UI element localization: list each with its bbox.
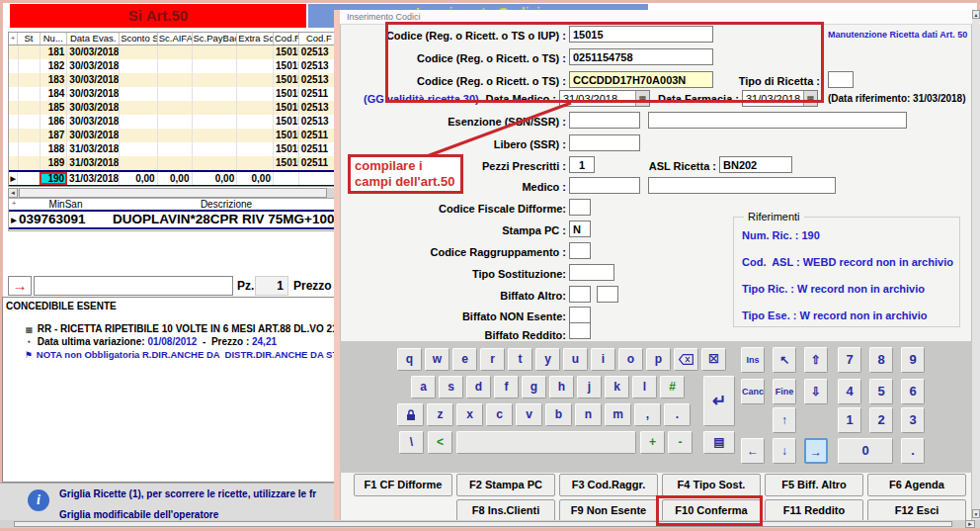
key-d[interactable]: d <box>466 376 491 398</box>
arrow-right-icon[interactable]: → <box>804 438 828 464</box>
table-row[interactable]: 18530/03/20181501502513 <box>9 101 340 115</box>
insert-arrow-icon[interactable]: → <box>8 276 32 296</box>
table-row[interactable]: 18130/03/20181501502513 <box>9 45 340 59</box>
scroll-down-icon[interactable]: ▼ <box>972 509 980 518</box>
key-p[interactable]: p <box>646 348 671 371</box>
manutenzione-link[interactable]: Manutenzione Ricetta dati Art. 50 <box>828 30 967 40</box>
arrow-left-icon[interactable]: ← <box>741 438 765 464</box>
grid-hscrollbar[interactable]: ◄ <box>8 188 341 198</box>
f1-cf-difforme-button[interactable]: F1 CF Difforme <box>354 474 452 496</box>
data-medico-field[interactable]: ▦ <box>559 90 650 107</box>
asl-input[interactable] <box>719 156 792 173</box>
f10-conferma-button[interactable]: F10 Conferma <box>662 499 761 522</box>
key-plus[interactable]: + <box>640 431 665 454</box>
libero-input[interactable] <box>569 134 640 151</box>
scroll-left-icon[interactable]: ◄ <box>8 188 18 198</box>
table-row[interactable]: 18931/03/20181501502511 <box>9 156 340 170</box>
list-icon[interactable]: ▤ <box>703 431 735 454</box>
biff-non-esente-input[interactable] <box>569 307 591 323</box>
esenzione-desc-input[interactable] <box>648 112 907 129</box>
f6-agenda-button[interactable]: F6 Agenda <box>867 474 966 496</box>
key-4[interactable]: 4 <box>838 379 861 404</box>
bottom-hscrollbar[interactable]: ► <box>0 520 980 528</box>
key-m[interactable]: m <box>605 403 631 426</box>
key-x[interactable]: x <box>456 403 483 426</box>
data-farmacia-field[interactable]: ▦ <box>742 90 818 107</box>
scroll-right-icon[interactable]: ► <box>965 520 975 528</box>
table-row-selected[interactable]: ▶19031/03/20180,000,000,000,00 <box>9 170 340 187</box>
key-y[interactable]: y <box>535 348 560 371</box>
biff-altro-input-1[interactable] <box>569 286 591 303</box>
key-e[interactable]: e <box>452 348 477 371</box>
table-row[interactable]: 18630/03/20181501502513 <box>9 115 340 129</box>
lock-icon[interactable] <box>397 403 424 426</box>
key-ins[interactable]: Ins <box>741 347 765 373</box>
key-5[interactable]: 5 <box>869 379 893 404</box>
key-j[interactable]: j <box>577 376 602 398</box>
scrollbar-thumb[interactable] <box>19 188 327 198</box>
table-row[interactable]: 18730/03/20181501502511 <box>9 129 340 142</box>
key-s[interactable]: s <box>439 376 463 398</box>
data-medico-input[interactable] <box>560 91 635 106</box>
medico-input[interactable] <box>569 177 640 194</box>
pezzi-input[interactable] <box>569 156 595 173</box>
key-t[interactable]: t <box>508 348 532 371</box>
key-3[interactable]: 3 <box>901 407 925 433</box>
scrollbar-thumb[interactable] <box>14 521 952 527</box>
esenzione-input[interactable] <box>569 112 640 129</box>
key-q[interactable]: q <box>397 348 422 371</box>
key-v[interactable]: v <box>516 403 542 426</box>
table-row[interactable]: 18330/03/20181501502513 <box>9 73 340 87</box>
key-space[interactable] <box>456 431 636 454</box>
enter-icon[interactable]: ↵ <box>703 376 735 426</box>
arrow-down-icon[interactable]: ↓ <box>773 438 796 464</box>
f3-cod-raggr-button[interactable]: F3 Cod.Raggr. <box>559 474 658 496</box>
codice-iup-input[interactable] <box>569 26 713 43</box>
f11-reddito-button[interactable]: F11 Reddito <box>765 499 863 522</box>
key-k[interactable]: k <box>605 376 629 398</box>
f2-stampa-pc-button[interactable]: F2 Stampa PC <box>456 474 555 496</box>
key-fine[interactable]: Fine <box>773 379 796 404</box>
arrow-down-outline-icon[interactable]: ⇩ <box>804 379 828 404</box>
key-u[interactable]: u <box>563 348 588 371</box>
calendar-icon[interactable]: ▦ <box>803 91 817 106</box>
product-row[interactable]: ▶ 039763091 DUOPLAVIN*28CPR RIV 75MG+100… <box>9 212 340 229</box>
codice-ts2-input[interactable] <box>569 48 713 65</box>
key-r[interactable]: r <box>480 348 505 371</box>
key-h[interactable]: h <box>549 376 574 398</box>
key-minus[interactable]: - <box>668 431 693 454</box>
f8-ins-clienti-button[interactable]: F8 Ins.Clienti <box>456 499 555 522</box>
key-n[interactable]: n <box>575 403 602 426</box>
key-period[interactable]: . <box>664 403 691 426</box>
key-o[interactable]: o <box>618 348 643 371</box>
stampa-pc-input[interactable] <box>569 221 591 237</box>
medico-desc-input[interactable] <box>648 177 836 194</box>
backspace-icon[interactable] <box>674 348 698 371</box>
table-row[interactable]: 18831/03/20181501502511 <box>9 142 340 156</box>
key-g[interactable]: g <box>522 376 546 398</box>
key-b[interactable]: b <box>545 403 572 426</box>
product-entry-input[interactable] <box>34 276 233 296</box>
key-z[interactable]: z <box>427 403 453 426</box>
scroll-up-icon[interactable]: ▲ <box>972 10 980 19</box>
arrow-upleft-icon[interactable]: ↖ <box>773 347 796 373</box>
key-c[interactable]: c <box>486 403 513 426</box>
key-6[interactable]: 6 <box>901 379 925 404</box>
table-row[interactable]: 18230/03/20181501502513 <box>9 59 340 73</box>
key-8[interactable]: 8 <box>869 347 893 373</box>
tipo-sost-input[interactable] <box>569 264 614 281</box>
cf-difforme-input[interactable] <box>569 199 591 216</box>
key-hash[interactable]: # <box>660 376 685 398</box>
key-0[interactable]: 0 <box>838 438 893 464</box>
key-less-than[interactable]: < <box>428 431 452 454</box>
key-7[interactable]: 7 <box>838 347 861 373</box>
key-f[interactable]: f <box>494 376 519 398</box>
f12-esci-button[interactable]: F12 Esci <box>867 499 966 522</box>
key-9[interactable]: 9 <box>901 347 925 373</box>
key-period[interactable]: . <box>901 438 925 464</box>
tipo-ricetta-input[interactable] <box>828 71 854 88</box>
key-i[interactable]: i <box>591 348 615 371</box>
f5-biff-altro-button[interactable]: F5 Biff. Altro <box>765 474 863 496</box>
key-comma[interactable]: , <box>634 403 661 426</box>
arrow-up-outline-icon[interactable]: ⇧ <box>804 347 828 373</box>
